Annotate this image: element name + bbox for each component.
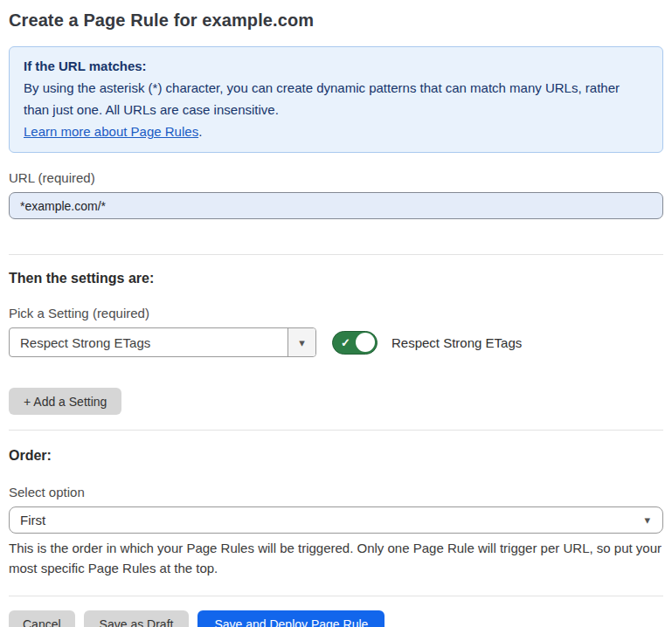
divider	[9, 254, 663, 255]
info-box-body: By using the asterisk (*) character, you…	[24, 77, 648, 121]
pick-setting-label: Pick a Setting (required)	[9, 306, 663, 320]
url-input[interactable]	[9, 192, 663, 219]
add-setting-button[interactable]: + Add a Setting	[9, 388, 121, 415]
link-period: .	[198, 124, 202, 139]
order-section-heading: Order:	[9, 448, 663, 464]
order-help-text: This is the order in which your Page Rul…	[9, 538, 663, 578]
learn-more-link[interactable]: Learn more about Page Rules	[24, 124, 198, 139]
order-select-value: First	[20, 513, 45, 527]
chevron-down-icon: ▾	[299, 336, 305, 349]
create-page-rule-form: Create a Page Rule for example.com If th…	[0, 0, 672, 627]
order-select[interactable]: First ▾	[9, 506, 663, 534]
info-box-link-line: Learn more about Page Rules.	[24, 121, 648, 142]
footer-button-row: Cancel Save as Draft Save and Deploy Pag…	[9, 610, 663, 627]
order-select-label: Select option	[9, 485, 663, 500]
etag-toggle[interactable]: ✓	[332, 331, 378, 355]
cancel-button[interactable]: Cancel	[9, 610, 75, 627]
check-icon: ✓	[341, 336, 350, 349]
divider	[9, 596, 663, 596]
setting-dropdown[interactable]: Respect Strong ETags ▾	[9, 327, 316, 357]
url-field-label: URL (required)	[9, 170, 663, 185]
setting-dropdown-value: Respect Strong ETags	[10, 328, 288, 356]
setting-row: Respect Strong ETags ▾ ✓ Respect Strong …	[9, 327, 663, 357]
toggle-label: Respect Strong ETags	[391, 335, 522, 350]
save-draft-button[interactable]: Save as Draft	[84, 610, 190, 627]
divider	[9, 430, 663, 431]
chevron-down-icon: ▾	[644, 513, 650, 527]
info-box-heading: If the URL matches:	[24, 55, 648, 77]
page-title: Create a Page Rule for example.com	[9, 10, 663, 31]
url-match-info-box: If the URL matches: By using the asteris…	[9, 46, 663, 153]
dropdown-arrow-button[interactable]: ▾	[288, 328, 315, 356]
settings-section-heading: Then the settings are:	[9, 271, 663, 286]
toggle-knob	[356, 333, 375, 352]
save-deploy-button[interactable]: Save and Deploy Page Rule	[197, 610, 384, 627]
